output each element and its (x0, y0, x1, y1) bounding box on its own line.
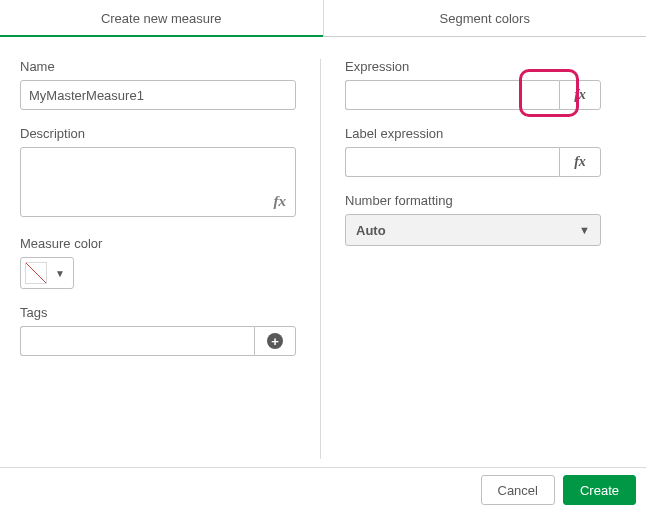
name-label: Name (20, 59, 296, 74)
tab-create-new-measure[interactable]: Create new measure (0, 0, 323, 36)
tags-label: Tags (20, 305, 296, 320)
number-formatting-value: Auto (356, 223, 386, 238)
fx-icon: fx (574, 154, 586, 170)
measure-color-label: Measure color (20, 236, 296, 251)
fx-icon: fx (574, 87, 586, 103)
tags-input[interactable] (20, 326, 254, 356)
description-input[interactable] (20, 147, 296, 217)
add-tag-button[interactable]: + (254, 326, 296, 356)
expression-editor-button[interactable]: fx (559, 80, 601, 110)
cancel-button[interactable]: Cancel (481, 475, 555, 505)
label-expression-label: Label expression (345, 126, 601, 141)
right-column: Expression fx Label expression fx Number… (321, 59, 601, 457)
chevron-down-icon: ▼ (579, 224, 590, 236)
create-button[interactable]: Create (563, 475, 636, 505)
expression-input[interactable] (345, 80, 559, 110)
label-expression-row: fx (345, 147, 601, 177)
tags-row: + (20, 326, 296, 356)
footer: Cancel Create (0, 467, 646, 512)
number-formatting-select[interactable]: Auto ▼ (345, 214, 601, 246)
chevron-down-icon: ▼ (51, 268, 73, 279)
label-expression-input[interactable] (345, 147, 559, 177)
left-column: Name Description fx Measure color ▼ Tags… (20, 59, 320, 457)
description-label: Description (20, 126, 296, 141)
name-input[interactable] (20, 80, 296, 110)
measure-color-picker[interactable]: ▼ (20, 257, 74, 289)
number-formatting-label: Number formatting (345, 193, 601, 208)
tab-segment-colors[interactable]: Segment colors (324, 0, 647, 36)
no-color-swatch-icon (25, 262, 47, 284)
plus-icon: + (267, 333, 283, 349)
form-body: Name Description fx Measure color ▼ Tags… (0, 37, 646, 457)
description-wrap: fx (20, 147, 296, 220)
expression-row: fx (345, 80, 601, 110)
expression-label: Expression (345, 59, 601, 74)
tabs: Create new measure Segment colors (0, 0, 646, 37)
label-expression-editor-button[interactable]: fx (559, 147, 601, 177)
